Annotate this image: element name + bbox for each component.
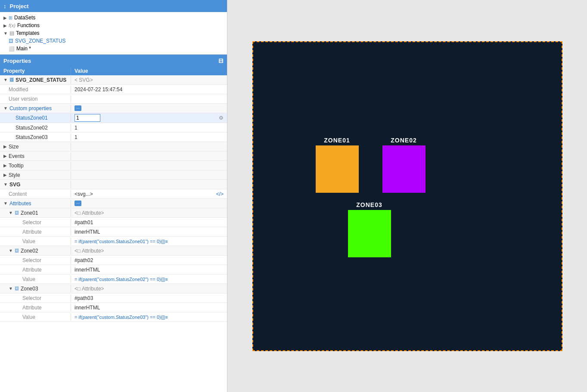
code-icon-content[interactable]: </> [216, 191, 224, 197]
prop-key-zone01-value: Value [0, 238, 71, 245]
prop-row-zone02-value: Value = if(parent("custom.StatusZone02")… [0, 275, 227, 284]
tree-item-templates[interactable]: ▼ ▤ Templates [0, 29, 227, 37]
prop-val-zone03-value[interactable]: = if(parent("custom.StatusZone03") == 0)… [71, 314, 227, 321]
tree-item-main[interactable]: ⬜ Main * [0, 45, 227, 52]
prop-val-zone02: <□ Attribute> [71, 247, 227, 255]
prop-key-zone02-value: Value [0, 275, 71, 283]
properties-header: Properties ⊟ [0, 55, 227, 67]
functions-icon: f(x) [9, 23, 16, 28]
templates-label: Templates [16, 30, 40, 36]
prop-row-statuszone01[interactable]: StatusZone01 ⚙ [0, 113, 227, 123]
prop-row-zone02[interactable]: ▼ 🖼 Zone02 <□ Attribute> [0, 246, 227, 256]
expand-svg: ▼ [3, 182, 8, 187]
expand-arrow-functions: ▶ [3, 23, 7, 28]
prop-row-userversion: User version [0, 94, 227, 104]
prop-key-zone03-value: Value [0, 313, 71, 321]
zone03-container: ZONE03 [348, 201, 391, 257]
svgzonestatus-label: SVG_ZONE_STATUS [16, 77, 66, 83]
prop-row-events[interactable]: ▶ Events [0, 151, 227, 161]
prop-val-statuszone01[interactable]: ⚙ [71, 113, 227, 123]
prop-val-customprops[interactable]: ··· [71, 105, 227, 112]
prop-row-zone03-value: Value = if(parent("custom.StatusZone03")… [0, 312, 227, 322]
prop-row-style[interactable]: ▶ Style [0, 170, 227, 180]
prop-row-zone03-selector: Selector #path03 [0, 293, 227, 303]
prop-row-svgzonestatus[interactable]: ▼ 🖼 SVG_ZONE_STATUS < SVG> [0, 75, 227, 85]
prop-val-statuszone02: 1 [71, 124, 227, 132]
col-value-header: Value [71, 67, 227, 75]
prop-row-content: Content <svg...> </> [0, 189, 227, 199]
tree-item-svg-zone-status[interactable]: 🖼 SVG_ZONE_STATUS [0, 37, 227, 45]
collapse-icon[interactable]: ⊟ [218, 57, 224, 64]
prop-row-modified: Modified 2024-07-22 15:47:54 [0, 85, 227, 94]
prop-key-userversion: User version [0, 95, 71, 103]
prop-val-zone01-value[interactable]: = if(parent("custom.StatusZone01") == 0)… [71, 238, 227, 245]
prop-col-headers: Property Value [0, 67, 227, 75]
properties-title: Properties [3, 58, 31, 64]
prop-row-attributes[interactable]: ▼ Attributes ··· [0, 199, 227, 208]
zone02-container: ZONE02 [382, 137, 425, 193]
prop-key-zone01: ▼ 🖼 Zone01 [0, 209, 71, 217]
prop-key-size: ▶ Size [0, 143, 71, 151]
prop-key-statuszone02: StatusZone02 [0, 124, 71, 132]
col-property-header: Property [0, 67, 71, 75]
zone01-container: ZONE01 [316, 137, 359, 193]
customprops-add-btn[interactable]: ··· [75, 105, 81, 111]
prop-val-zone03: <□ Attribute> [71, 285, 227, 293]
sort-icon[interactable]: ↕ [3, 3, 6, 9]
prop-row-svg[interactable]: ▼ SVG [0, 180, 227, 189]
prop-row-tooltip[interactable]: ▶ Tooltip [0, 161, 227, 170]
prop-key-events: ▶ Events [0, 152, 71, 160]
expand-customprops: ▼ [3, 106, 8, 111]
prop-row-customprops[interactable]: ▼ Custom properties ··· [0, 104, 227, 113]
prop-row-statuszone02[interactable]: StatusZone02 1 [0, 123, 227, 133]
left-panel: ↕ Project ▶ ⊞ DataSets ▶ f(x) Functions … [0, 0, 227, 392]
expand-zone02: ▼ [9, 248, 13, 253]
attributes-add-btn[interactable]: ··· [75, 201, 81, 206]
zone03-label: ZONE03 [356, 201, 382, 208]
prop-key-tooltip: ▶ Tooltip [0, 162, 71, 170]
project-tree: ▶ ⊞ DataSets ▶ f(x) Functions ▼ ▤ Templa… [0, 12, 227, 55]
prop-key-zone02: ▼ 🖼 Zone02 [0, 247, 71, 255]
zone01-box [316, 145, 359, 193]
svg-zone-status-label: SVG_ZONE_STATUS [15, 38, 66, 44]
prop-key-zone01-attribute: Attribute [0, 228, 71, 236]
prop-val-zone03-selector: #path03 [71, 294, 227, 302]
datasets-label: DataSets [14, 15, 35, 21]
prop-key-svg: ▼ SVG [0, 181, 71, 188]
prop-val-attributes[interactable]: ··· [71, 200, 227, 207]
prop-row-size[interactable]: ▶ Size [0, 142, 227, 151]
project-title: Project [10, 3, 29, 9]
expand-tooltip: ▶ [3, 163, 7, 168]
main-label: Main * [16, 46, 31, 52]
prop-val-zone03-attribute: innerHTML [71, 304, 227, 312]
tree-item-functions[interactable]: ▶ f(x) Functions [0, 22, 227, 29]
expand-zone03: ▼ [9, 286, 13, 291]
prop-val-svg [71, 184, 227, 185]
prop-key-content: Content [0, 190, 71, 198]
tree-item-datasets[interactable]: ▶ ⊞ DataSets [0, 14, 227, 22]
zone02-icon: 🖼 [15, 248, 19, 253]
prop-val-events [71, 155, 227, 157]
prop-key-svgzonestatus: ▼ 🖼 SVG_ZONE_STATUS [0, 76, 71, 84]
expand-style: ▶ [3, 173, 7, 177]
prop-row-zone02-selector: Selector #path02 [0, 256, 227, 265]
prop-val-zone01-selector: #path01 [71, 219, 227, 226]
zone01-icon: 🖼 [15, 210, 19, 215]
prop-val-zone02-value[interactable]: = if(parent("custom.StatusZone02") == 0)… [71, 276, 227, 283]
prop-key-style: ▶ Style [0, 171, 71, 179]
prop-row-zone03[interactable]: ▼ 🖼 Zone03 <□ Attribute> [0, 284, 227, 293]
prop-key-zone03-selector: Selector [0, 294, 71, 302]
statuszone01-input[interactable] [75, 114, 100, 122]
prop-val-zone01: <□ Attribute> [71, 209, 227, 217]
prop-key-modified: Modified [0, 86, 71, 93]
canvas-frame[interactable]: ZONE01 ZONE02 ZONE03 [252, 41, 562, 351]
prop-row-statuszone03[interactable]: StatusZone03 1 [0, 133, 227, 142]
prop-row-zone01[interactable]: ▼ 🖼 Zone01 <□ Attribute> [0, 208, 227, 218]
prop-val-modified: 2024-07-22 15:47:54 [71, 86, 227, 93]
prop-key-statuszone01: StatusZone01 [0, 114, 71, 122]
expand-arrow-datasets: ▶ [3, 15, 7, 20]
prop-val-content[interactable]: <svg...> </> [71, 190, 227, 198]
gear-icon-statuszone01[interactable]: ⚙ [219, 115, 224, 121]
prop-table: ▼ 🖼 SVG_ZONE_STATUS < SVG> Modified 2024… [0, 75, 227, 392]
prop-row-zone02-attribute: Attribute innerHTML [0, 265, 227, 275]
